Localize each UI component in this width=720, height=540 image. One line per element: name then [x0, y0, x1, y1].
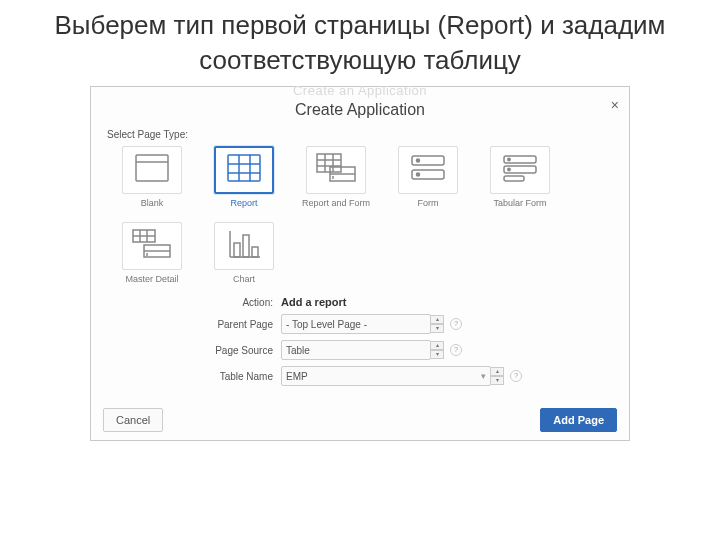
tile-report-and-form[interactable]: Report and Form: [297, 146, 375, 208]
page-source-select[interactable]: Table: [281, 340, 431, 360]
add-page-button[interactable]: Add Page: [540, 408, 617, 432]
svg-point-17: [417, 159, 420, 162]
tile-chart[interactable]: Chart: [205, 222, 283, 284]
page-type-tiles: Blank Report Report and Form Form Tabula…: [91, 146, 629, 290]
page-source-label: Page Source: [211, 345, 281, 356]
create-application-dialog: Create an Application Create Application…: [90, 86, 630, 441]
table-name-select[interactable]: EMP ▾: [281, 366, 491, 386]
svg-point-18: [417, 173, 420, 176]
tile-label: Form: [389, 198, 467, 208]
chart-icon: [226, 229, 262, 263]
dialog-faint-title: Create an Application: [91, 83, 629, 98]
cancel-button[interactable]: Cancel: [103, 408, 163, 432]
tile-label: Master Detail: [113, 274, 191, 284]
chevron-down-icon: ▾: [481, 371, 486, 381]
blank-icon: [134, 153, 170, 187]
tile-report[interactable]: Report: [205, 146, 283, 208]
row-action: Action: Add a report: [211, 296, 609, 308]
select-page-type-label: Select Page Type:: [91, 125, 629, 146]
help-icon[interactable]: ?: [450, 344, 462, 356]
page-source-value: Table: [286, 345, 310, 356]
parent-page-value: - Top Level Page -: [286, 319, 367, 330]
help-icon[interactable]: ?: [450, 318, 462, 330]
svg-rect-21: [504, 176, 524, 181]
svg-rect-2: [228, 155, 260, 181]
slide-title: Выберем тип первой страницы (Report) и з…: [0, 0, 720, 82]
row-page-source: Page Source Table ▴▾ ?: [211, 340, 609, 360]
svg-rect-0: [136, 155, 168, 181]
tile-label: Report and Form: [297, 198, 375, 208]
dialog-buttons: Cancel Add Page: [91, 400, 629, 440]
row-table-name: Table Name EMP ▾ ▴▾ ?: [211, 366, 609, 386]
tile-label: Report: [205, 198, 283, 208]
report-form-icon: [316, 153, 356, 187]
dialog-header: Create an Application Create Application…: [91, 87, 629, 125]
table-name-label: Table Name: [211, 371, 281, 382]
action-value: Add a report: [281, 296, 346, 308]
action-label: Action:: [211, 297, 281, 308]
row-parent-page: Parent Page - Top Level Page - ▴▾ ?: [211, 314, 609, 334]
master-detail-icon: [132, 229, 172, 263]
tile-tabular-form[interactable]: Tabular Form: [481, 146, 559, 208]
form-icon: [410, 154, 446, 186]
close-icon[interactable]: ×: [611, 97, 619, 113]
form-area: Action: Add a report Parent Page - Top L…: [91, 290, 629, 400]
page-source-stepper[interactable]: ▴▾: [430, 341, 444, 359]
svg-rect-35: [252, 247, 258, 257]
dialog-title: Create Application: [91, 101, 629, 119]
table-name-value: EMP: [286, 371, 308, 382]
tile-form[interactable]: Form: [389, 146, 467, 208]
help-icon[interactable]: ?: [510, 370, 522, 382]
tile-blank[interactable]: Blank: [113, 146, 191, 208]
report-icon: [226, 153, 262, 187]
tile-master-detail[interactable]: Master Detail: [113, 222, 191, 284]
parent-page-stepper[interactable]: ▴▾: [430, 315, 444, 333]
parent-page-label: Parent Page: [211, 319, 281, 330]
tile-label: Chart: [205, 274, 283, 284]
svg-point-22: [508, 158, 510, 160]
svg-rect-33: [234, 243, 240, 257]
tabular-form-icon: [502, 154, 538, 186]
tile-label: Blank: [113, 198, 191, 208]
svg-rect-34: [243, 235, 249, 257]
svg-rect-7: [317, 154, 341, 172]
svg-point-23: [508, 168, 510, 170]
parent-page-select[interactable]: - Top Level Page -: [281, 314, 431, 334]
table-name-stepper[interactable]: ▴▾: [490, 367, 504, 385]
tile-label: Tabular Form: [481, 198, 559, 208]
